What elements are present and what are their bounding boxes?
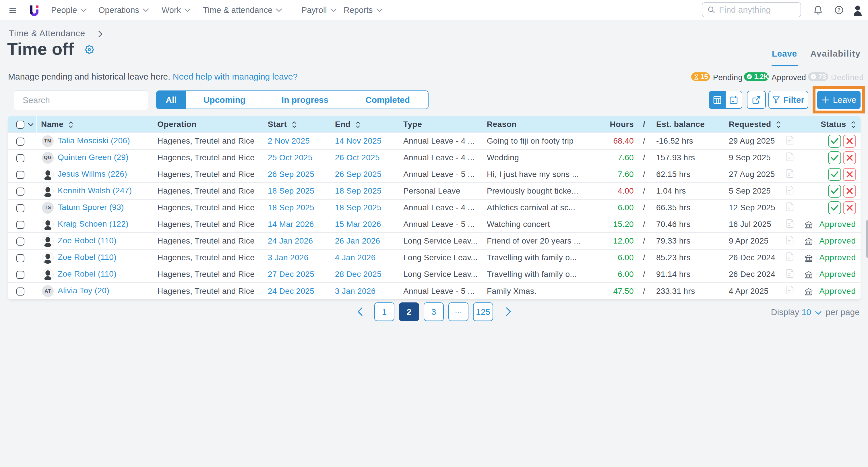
svg-text:?: ? [838, 7, 840, 13]
svg-text:!: ! [813, 75, 814, 79]
